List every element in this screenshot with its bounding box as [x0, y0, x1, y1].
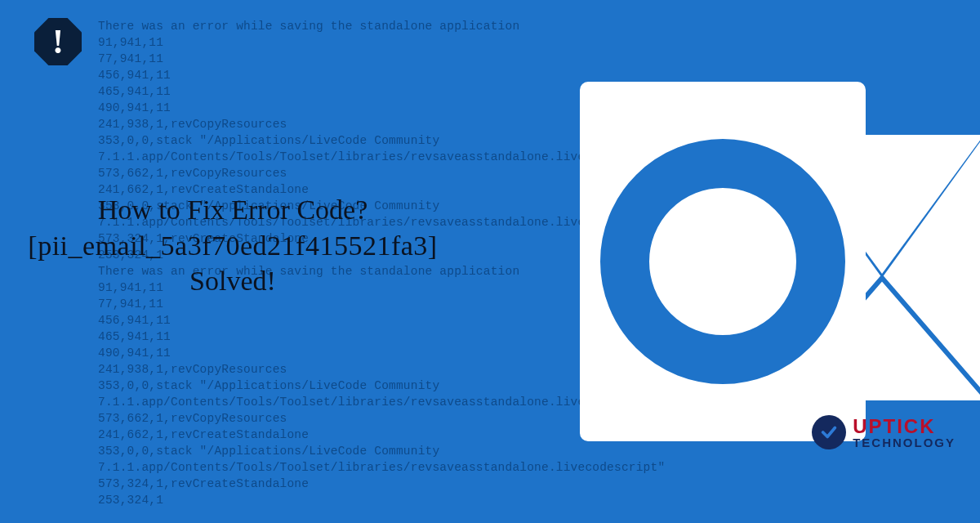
headline-line-2: [pii_email_5a3f70ed21f415521fa3] — [0, 228, 466, 264]
brand-text: UPTICK TECHNOLOGY — [853, 417, 956, 449]
brand-logo: UPTICK TECHNOLOGY — [812, 415, 956, 449]
brand-word-1: UPTICK — [853, 417, 956, 436]
octagon-shape: ! — [34, 18, 82, 65]
error-octagon-icon: ! — [34, 18, 82, 65]
brand-word-2: TECHNOLOGY — [853, 436, 956, 449]
article-headline: How to Fix Error Code? [pii_email_5a3f70… — [0, 192, 466, 299]
headline-line-3: Solved! — [0, 263, 466, 299]
brand-check-circle-icon — [812, 415, 846, 449]
exclamation-icon: ! — [52, 25, 64, 59]
headline-line-1: How to Fix Error Code? — [0, 192, 466, 228]
